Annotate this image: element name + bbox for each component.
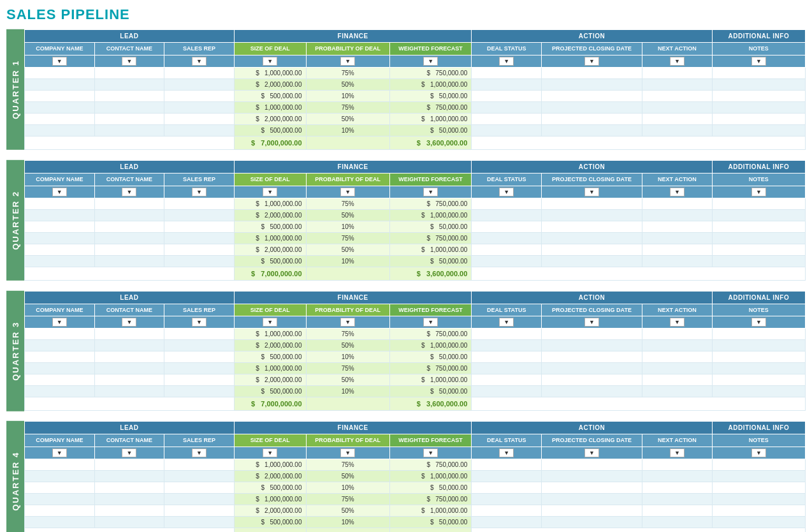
cell-prob-q2-5: 10% (306, 255, 389, 267)
dd-prob-q3[interactable]: ▼ (306, 316, 389, 329)
cell-deal-q4-1: $ 2,000,000.00 (234, 471, 306, 482)
col-contact-name-q4: CONTACT NAME (94, 434, 164, 447)
cell-closing-q4-0 (541, 459, 642, 471)
data-row-q1-0: $ 1,000,000.00 75% $ 750,000.00 (25, 67, 806, 78)
cell-closing-q2-0 (541, 198, 642, 209)
dd-deal-status-q1[interactable]: ▼ (472, 55, 542, 67)
dd-salesrep-q2[interactable]: ▼ (164, 186, 235, 198)
cell-prob-q1-1: 50% (306, 78, 389, 90)
cell-closing-q4-4 (541, 505, 642, 517)
dd-company-q2[interactable]: ▼ (25, 186, 95, 198)
dd-contact-q2[interactable]: ▼ (94, 186, 164, 198)
cell-closing-q3-4 (541, 374, 642, 386)
cell-closing-q1-5 (541, 124, 642, 136)
dd-notes-q2[interactable]: ▼ (712, 186, 805, 198)
cell-company-q3-0 (25, 329, 95, 340)
cell-wf-q1-4: $ 1,000,000.00 (389, 113, 472, 124)
cell-nextaction-q1-4 (642, 113, 713, 124)
col-probability-q1: PROBABILITY OF DEAL (306, 43, 389, 55)
cell-dealstatus-q3-0 (472, 329, 542, 340)
cell-notes-q4-4 (712, 505, 805, 517)
dd-salesrep-q1[interactable]: ▼ (164, 55, 235, 67)
data-row-q2-4: $ 2,000,000.00 50% $ 1,000,000.00 (25, 244, 806, 255)
cell-nextaction-q4-1 (642, 471, 713, 482)
cell-contact-q1-3 (94, 101, 164, 113)
dd-deal-status-q2[interactable]: ▼ (472, 186, 542, 198)
col-size-of-deal-q2: SIZE OF DEAL (234, 173, 306, 186)
dd-salesrep-q4[interactable]: ▼ (164, 447, 235, 459)
cell-dealstatus-q3-2 (472, 351, 542, 363)
total-empty-action-q1 (472, 136, 806, 149)
cell-wf-q2-0: $ 750,000.00 (389, 198, 472, 209)
dd-deal-size-q1[interactable]: ▼ (234, 55, 306, 67)
cell-deal-q2-3: $ 1,000,000.00 (234, 232, 306, 244)
cell-closing-q2-2 (541, 221, 642, 232)
cell-company-q3-3 (25, 363, 95, 374)
dd-closing-q1[interactable]: ▼ (541, 55, 642, 67)
cell-prob-q3-3: 75% (306, 363, 389, 374)
dd-company-q1[interactable]: ▼ (25, 55, 95, 67)
dd-wf-q2[interactable]: ▼ (389, 186, 472, 198)
cell-wf-q4-3: $ 750,000.00 (389, 494, 472, 505)
dd-wf-q4[interactable]: ▼ (389, 447, 472, 459)
cell-salesrep-q4-0 (164, 459, 235, 471)
cell-company-q3-5 (25, 386, 95, 397)
cell-notes-q2-4 (712, 244, 805, 255)
cell-wf-q4-2: $ 50,000.00 (389, 482, 472, 494)
dd-contact-q3[interactable]: ▼ (94, 316, 164, 329)
cell-contact-q4-4 (94, 505, 164, 517)
cell-company-q2-3 (25, 232, 95, 244)
dd-notes-q4[interactable]: ▼ (712, 447, 805, 459)
cell-contact-q2-4 (94, 244, 164, 255)
dd-salesrep-q3[interactable]: ▼ (164, 316, 235, 329)
cell-notes-q3-1 (712, 340, 805, 351)
cat-lead-q1: LEAD (25, 30, 235, 43)
dd-next-action-q4[interactable]: ▼ (642, 447, 713, 459)
dd-wf-q3[interactable]: ▼ (389, 316, 472, 329)
cell-deal-q1-3: $ 1,000,000.00 (234, 101, 306, 113)
cell-wf-q3-3: $ 750,000.00 (389, 363, 472, 374)
cell-nextaction-q2-3 (642, 232, 713, 244)
dd-company-q4[interactable]: ▼ (25, 447, 95, 459)
dd-next-action-q3[interactable]: ▼ (642, 316, 713, 329)
data-row-q1-3: $ 1,000,000.00 75% $ 750,000.00 (25, 101, 806, 113)
cell-dealstatus-q4-5 (472, 517, 542, 528)
col-notes-q1: NOTES (712, 43, 805, 55)
cell-closing-q1-4 (541, 113, 642, 124)
dd-deal-size-q4[interactable]: ▼ (234, 447, 306, 459)
cell-nextaction-q4-3 (642, 494, 713, 505)
dd-next-action-q2[interactable]: ▼ (642, 186, 713, 198)
data-row-q3-4: $ 2,000,000.00 50% $ 1,000,000.00 (25, 374, 806, 386)
col-notes-q2: NOTES (712, 173, 805, 186)
cell-closing-q3-5 (541, 386, 642, 397)
dd-prob-q4[interactable]: ▼ (306, 447, 389, 459)
dd-deal-size-q2[interactable]: ▼ (234, 186, 306, 198)
cell-contact-q3-1 (94, 340, 164, 351)
total-empty-lead-q3 (25, 397, 235, 411)
col-deal-status-q1: DEAL STATUS (472, 43, 542, 55)
cat-finance-q2: FINANCE (234, 160, 472, 173)
dd-deal-status-q3[interactable]: ▼ (472, 316, 542, 329)
dd-prob-q1[interactable]: ▼ (306, 55, 389, 67)
dd-notes-q3[interactable]: ▼ (712, 316, 805, 329)
dd-contact-q4[interactable]: ▼ (94, 447, 164, 459)
dd-deal-size-q3[interactable]: ▼ (234, 316, 306, 329)
cell-deal-q1-2: $ 500,000.00 (234, 90, 306, 101)
dd-prob-q2[interactable]: ▼ (306, 186, 389, 198)
total-empty-lead-q4 (25, 528, 235, 532)
dd-deal-status-q4[interactable]: ▼ (472, 447, 542, 459)
dd-closing-q4[interactable]: ▼ (541, 447, 642, 459)
cell-closing-q3-0 (541, 329, 642, 340)
cell-salesrep-q1-5 (164, 124, 235, 136)
cell-prob-q1-5: 10% (306, 124, 389, 136)
dd-next-action-q1[interactable]: ▼ (642, 55, 713, 67)
cell-deal-q4-0: $ 1,000,000.00 (234, 459, 306, 471)
cell-contact-q3-5 (94, 386, 164, 397)
dd-notes-q1[interactable]: ▼ (712, 55, 805, 67)
dd-contact-q1[interactable]: ▼ (94, 55, 164, 67)
cat-addinfo-q3: ADDITIONAL INFO (712, 291, 805, 304)
dd-closing-q3[interactable]: ▼ (541, 316, 642, 329)
dd-company-q3[interactable]: ▼ (25, 316, 95, 329)
dd-wf-q1[interactable]: ▼ (389, 55, 472, 67)
dd-closing-q2[interactable]: ▼ (541, 186, 642, 198)
